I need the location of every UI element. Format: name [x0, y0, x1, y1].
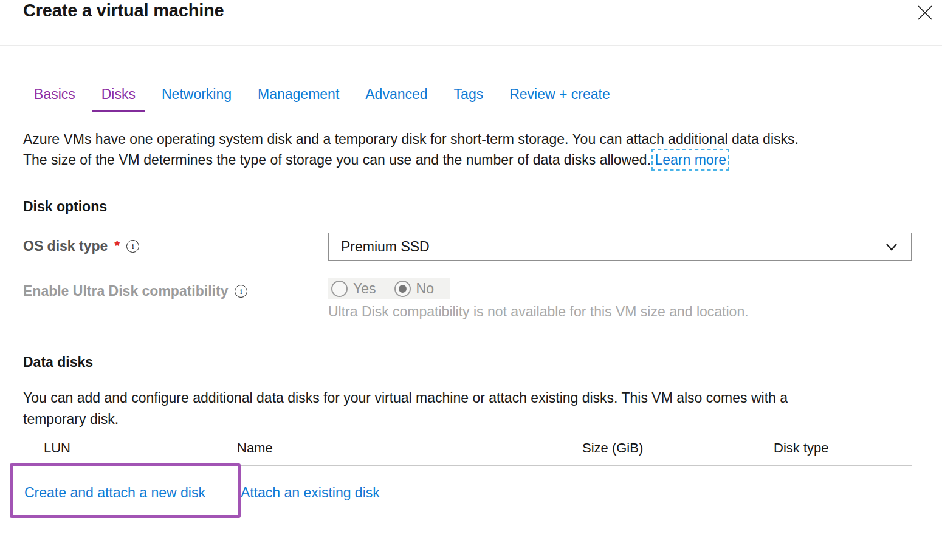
os-disk-type-row: OS disk type * i Premium SSD [23, 233, 912, 261]
info-icon[interactable]: i [126, 240, 139, 253]
column-header-lun: LUN [23, 440, 237, 456]
tab-management[interactable]: Management [247, 78, 350, 112]
create-attach-new-disk-link[interactable]: Create and attach a new disk [24, 485, 205, 501]
os-disk-type-label-text: OS disk type [23, 238, 108, 254]
chevron-down-icon [885, 243, 898, 254]
required-asterisk: * [114, 238, 120, 254]
tab-disks[interactable]: Disks [91, 78, 146, 112]
attach-existing-disk-link[interactable]: Attach an existing disk [241, 485, 380, 501]
ultra-disk-helper-text: Ultra Disk compatibility is not availabl… [328, 304, 912, 320]
data-disks-description-line2: temporary disk. [23, 411, 119, 427]
tab-tags[interactable]: Tags [443, 78, 495, 112]
data-disks-actions: Create and attach a new disk Attach an e… [23, 466, 912, 521]
tab-networking[interactable]: Networking [151, 78, 242, 112]
tab-bar: Basics Disks Networking Management Advan… [23, 78, 912, 112]
dialog-header: Create a virtual machine [0, 0, 942, 46]
ultra-disk-row: Enable Ultra Disk compatibility i Yes No… [23, 278, 912, 320]
data-disks-table-header: LUN Name Size (GiB) Disk type [23, 440, 912, 466]
os-disk-type-dropdown[interactable]: Premium SSD [328, 233, 912, 261]
ultra-disk-radio-group: Yes No [328, 278, 450, 299]
info-icon[interactable]: i [235, 285, 247, 298]
tab-basics[interactable]: Basics [23, 78, 86, 112]
os-disk-type-value: Premium SSD [341, 239, 430, 255]
radio-label-yes: Yes [353, 281, 376, 297]
close-button[interactable] [915, 4, 935, 23]
ultra-disk-label: Enable Ultra Disk compatibility i [23, 278, 328, 299]
close-icon [917, 5, 933, 22]
disk-options-heading: Disk options [23, 199, 912, 215]
intro-text: Azure VMs have one operating system disk… [23, 129, 912, 170]
data-disks-description: You can add and configure additional dat… [23, 388, 912, 430]
data-disks-description-line1: You can add and configure additional dat… [23, 390, 788, 406]
data-disks-heading: Data disks [23, 354, 912, 370]
os-disk-type-field: Premium SSD [328, 233, 912, 261]
learn-more-link[interactable]: Learn more [655, 152, 726, 168]
radio-circle-yes[interactable] [331, 281, 348, 297]
column-header-name: Name [237, 440, 559, 456]
radio-option-yes[interactable]: Yes [331, 281, 376, 297]
tab-review-create[interactable]: Review + create [498, 78, 621, 112]
ultra-disk-field: Yes No Ultra Disk compatibility is not a… [328, 278, 912, 320]
column-header-disk-type: Disk type [751, 440, 912, 456]
ultra-disk-label-text: Enable Ultra Disk compatibility [23, 283, 228, 299]
page-title: Create a virtual machine [23, 1, 224, 21]
intro-line1: Azure VMs have one operating system disk… [23, 131, 799, 147]
dialog-content: Basics Disks Networking Management Advan… [0, 78, 942, 521]
tab-advanced[interactable]: Advanced [354, 78, 438, 112]
column-header-size: Size (GiB) [559, 440, 751, 456]
radio-circle-no[interactable] [394, 281, 411, 297]
radio-label-no: No [416, 281, 434, 297]
radio-option-no[interactable]: No [394, 281, 434, 297]
create-vm-dialog: Create a virtual machine Basics Disks Ne… [0, 0, 942, 560]
intro-line2: The size of the VM determines the type o… [23, 152, 651, 168]
os-disk-type-label: OS disk type * i [23, 233, 328, 254]
